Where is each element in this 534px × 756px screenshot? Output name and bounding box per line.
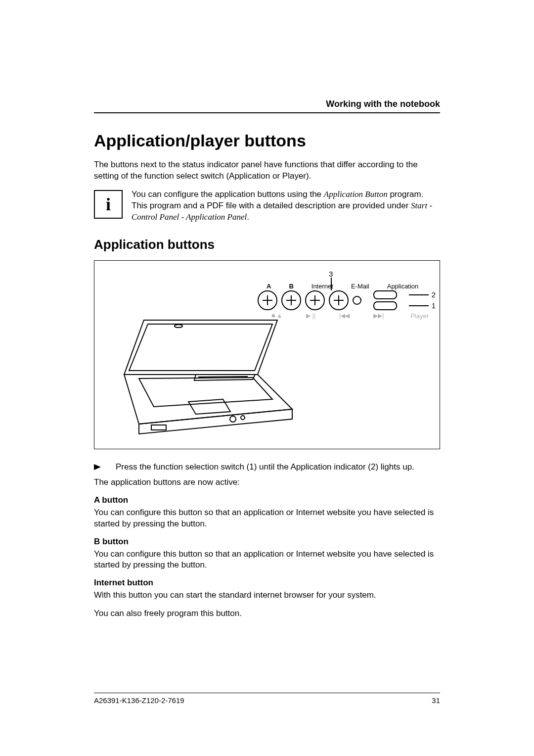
- button-internet-icon: [305, 290, 325, 310]
- heading-application-buttons: Application buttons: [94, 237, 440, 252]
- player-prev-icon: |◀◀: [339, 312, 350, 319]
- label-application: Application: [387, 283, 419, 290]
- svg-marker-0: [124, 320, 277, 375]
- internet-button-line1: With this button you can start the stand…: [94, 590, 440, 601]
- running-head: Working with the notebook: [94, 99, 440, 113]
- footer-doc-id: A26391-K136-Z120-2-7619: [94, 696, 184, 705]
- button-email-icon: [329, 290, 349, 310]
- internet-button-line2: You can also freely program this button.: [94, 608, 440, 619]
- footer-page-number: 31: [432, 696, 440, 705]
- info-icon: i: [94, 190, 123, 219]
- b-button-title: B button: [94, 537, 440, 547]
- player-play-pause-icon: ▶ ||: [306, 312, 315, 319]
- zoom-labels: A B Internet E-Mail Application: [267, 283, 418, 290]
- svg-line-8: [198, 377, 248, 377]
- button-b-icon: [281, 290, 301, 310]
- svg-point-2: [175, 325, 182, 328]
- info-text-post: .: [247, 212, 249, 222]
- step-1: Press the function selection switch (1) …: [94, 462, 440, 472]
- function-switch-icon: [373, 290, 397, 310]
- player-label: Player: [410, 312, 429, 320]
- a-button-title: A button: [94, 495, 440, 505]
- callout-1: 1: [432, 301, 436, 310]
- button-a-icon: [258, 290, 277, 310]
- heading-application-player-buttons: Application/player buttons: [94, 131, 440, 150]
- info-note: i You can configure the application butt…: [94, 189, 440, 223]
- label-internet: Internet: [312, 283, 333, 290]
- svg-point-11: [241, 416, 245, 420]
- svg-point-10: [230, 416, 236, 422]
- svg-rect-9: [151, 425, 166, 430]
- application-indicator-icon: [353, 296, 361, 305]
- callout-1-line: [409, 305, 429, 306]
- info-icon-glyph: i: [106, 195, 111, 213]
- svg-marker-5: [139, 378, 272, 407]
- label-a: A: [267, 283, 271, 290]
- svg-marker-12: [94, 464, 101, 470]
- a-button-text: You can configure this button so that an…: [94, 507, 440, 530]
- internet-button-title: Internet button: [94, 578, 440, 588]
- callout-3: 3: [329, 270, 333, 278]
- b-button-text: You can configure this button so that an…: [94, 549, 440, 571]
- svg-marker-6: [188, 399, 230, 414]
- intro-paragraph: The buttons next to the status indicator…: [94, 159, 440, 182]
- step-1-text: Press the function selection switch (1) …: [116, 462, 414, 472]
- label-email: E-Mail: [351, 283, 369, 290]
- zoom-buttons-row: [258, 290, 397, 310]
- info-text: You can configure the application button…: [132, 189, 440, 223]
- info-text-em1: Application Button: [324, 189, 388, 199]
- after-step-text: The application buttons are now active:: [94, 477, 440, 488]
- laptop-illustration: [109, 315, 307, 439]
- player-next-icon: ▶▶|: [373, 312, 384, 319]
- step-marker-icon: [94, 462, 104, 472]
- label-b: B: [289, 283, 293, 290]
- callout-2-line: [409, 294, 429, 295]
- info-text-pre: You can configure the application button…: [132, 189, 324, 199]
- svg-marker-1: [129, 324, 272, 371]
- callout-2: 2: [432, 290, 436, 299]
- figure-application-buttons: 3 2 1 A B Internet E-Mail Application: [94, 260, 440, 449]
- page-footer: A26391-K136-Z120-2-7619 31: [94, 693, 440, 705]
